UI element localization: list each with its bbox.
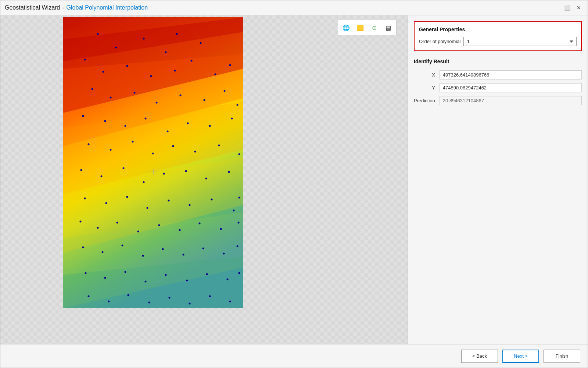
svg-point-74	[82, 247, 84, 248]
svg-point-35	[187, 123, 189, 124]
svg-point-8	[97, 33, 99, 35]
svg-point-59	[147, 207, 148, 209]
svg-point-84	[104, 277, 106, 279]
svg-point-19	[191, 60, 193, 62]
prediction-label: Prediction	[414, 98, 437, 103]
svg-point-37	[231, 118, 233, 120]
x-value: 497326.64149896766	[440, 70, 582, 79]
svg-point-60	[168, 200, 170, 202]
svg-point-50	[123, 167, 125, 169]
right-panel: General Properties Order of polynomial 1…	[408, 15, 588, 344]
svg-point-23	[110, 97, 112, 99]
x-label: X	[414, 72, 437, 78]
next-button[interactable]: Next >	[502, 350, 539, 363]
svg-point-10	[143, 38, 145, 40]
svg-point-66	[97, 227, 99, 229]
svg-point-98	[209, 296, 211, 297]
y-label: Y	[414, 85, 437, 91]
svg-point-53	[185, 170, 187, 172]
order-row: Order of polynomial 1 2 3 4 5	[419, 37, 577, 46]
svg-point-38	[88, 144, 90, 145]
svg-point-45	[194, 151, 196, 153]
window-title-separator: -	[62, 4, 64, 11]
map-panel: 🌐 🟨 ⊙ ▤	[0, 15, 408, 344]
identify-result-title: Identify Result	[414, 59, 582, 64]
svg-point-70	[179, 229, 181, 231]
y-value: 474890.0829472462	[440, 83, 582, 92]
svg-point-88	[186, 280, 188, 282]
svg-point-56	[84, 198, 86, 199]
svg-point-39	[110, 149, 112, 151]
svg-point-75	[102, 251, 104, 253]
svg-point-28	[224, 90, 226, 92]
svg-point-40	[132, 141, 134, 143]
window-title-blue: Global Polynomial Interpolation	[67, 4, 148, 11]
svg-point-78	[162, 248, 164, 250]
svg-point-58	[126, 196, 128, 198]
svg-point-22	[92, 88, 93, 90]
restore-button[interactable]: ⬜	[563, 3, 571, 12]
svg-point-83	[85, 272, 87, 274]
svg-point-17	[150, 75, 152, 77]
svg-point-87	[165, 274, 167, 276]
svg-point-72	[220, 228, 222, 230]
map-toolbar: 🌐 🟨 ⊙ ▤	[338, 20, 397, 35]
svg-point-92	[88, 296, 90, 297]
svg-point-15	[103, 71, 104, 73]
svg-point-34	[167, 131, 169, 132]
svg-point-44	[172, 145, 174, 147]
svg-point-33	[145, 118, 147, 120]
svg-point-12	[176, 33, 178, 35]
svg-point-29	[237, 104, 239, 106]
order-label: Order of polynomial	[419, 39, 460, 44]
svg-point-65	[80, 221, 82, 223]
svg-point-90	[227, 279, 229, 280]
identify-result-section: Identify Result X 497326.64149896766 Y 4…	[414, 59, 582, 105]
svg-point-47	[239, 153, 240, 155]
svg-point-86	[145, 281, 147, 283]
general-properties-title: General Properties	[419, 26, 577, 32]
svg-point-63	[233, 210, 235, 212]
svg-point-97	[189, 303, 191, 305]
title-bar-left: Geostatistical Wizard - Global Polynomia…	[5, 4, 148, 11]
svg-point-94	[128, 294, 129, 296]
svg-point-80	[202, 248, 204, 250]
circle-icon: ⊙	[372, 24, 377, 31]
svg-point-93	[108, 301, 110, 302]
svg-point-20	[215, 74, 216, 75]
svg-point-30	[82, 115, 84, 117]
back-button[interactable]: < Back	[461, 350, 498, 363]
close-button[interactable]: ✕	[574, 3, 583, 12]
svg-point-21	[229, 64, 231, 66]
grid-tool-button[interactable]: 🟨	[354, 22, 367, 33]
table-icon: ▤	[386, 24, 391, 31]
title-bar: Geostatistical Wizard - Global Polynomia…	[0, 0, 588, 15]
table-tool-button[interactable]: ▤	[381, 22, 395, 33]
svg-point-69	[158, 224, 160, 226]
svg-point-76	[122, 245, 123, 247]
svg-point-81	[223, 253, 225, 255]
circle-tool-button[interactable]: ⊙	[368, 22, 381, 33]
svg-point-71	[199, 223, 201, 224]
svg-point-55	[228, 171, 230, 173]
bottom-bar: < Back Next > Finish	[0, 344, 588, 368]
main-window: Geostatistical Wizard - Global Polynomia…	[0, 0, 588, 368]
svg-point-36	[209, 125, 211, 127]
svg-point-18	[174, 70, 176, 72]
svg-point-11	[165, 52, 167, 53]
svg-point-25	[156, 102, 158, 104]
svg-point-64	[239, 197, 240, 199]
gradient-map-svg	[63, 17, 243, 308]
svg-point-99	[229, 301, 231, 302]
svg-point-67	[116, 222, 118, 224]
globe-tool-button[interactable]: 🌐	[340, 22, 353, 33]
svg-point-82	[237, 245, 239, 247]
svg-point-51	[143, 181, 145, 183]
finish-button[interactable]: Finish	[544, 350, 580, 363]
svg-point-62	[211, 199, 213, 201]
svg-point-77	[142, 255, 144, 257]
grid-icon: 🟨	[356, 24, 364, 31]
order-select[interactable]: 1 2 3 4 5	[463, 37, 577, 46]
svg-point-91	[239, 272, 240, 274]
window-title-prefix: Geostatistical Wizard	[5, 4, 60, 11]
